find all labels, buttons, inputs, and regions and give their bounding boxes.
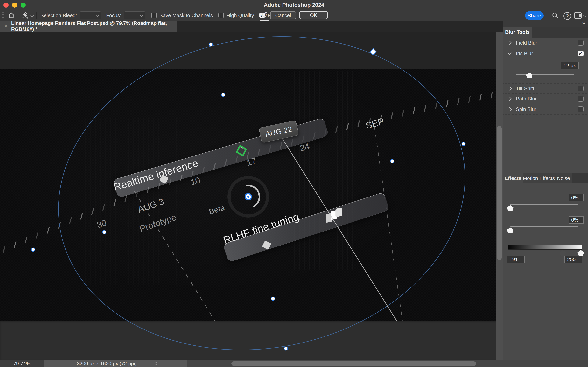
blur-amount-value[interactable]: 12 px bbox=[561, 62, 579, 69]
chevron-down-icon[interactable] bbox=[508, 51, 512, 55]
feather-handle[interactable] bbox=[271, 297, 275, 301]
separator bbox=[36, 12, 37, 19]
home-icon[interactable] bbox=[7, 11, 15, 19]
blur-tools-panel-tab[interactable]: Blur Tools bbox=[503, 27, 532, 38]
field-blur-row[interactable]: Field Blur bbox=[503, 38, 588, 48]
bokeh-color-value[interactable]: 0% bbox=[569, 216, 584, 224]
spin-blur-checkbox[interactable] bbox=[578, 106, 584, 112]
tab-effects[interactable]: Effects bbox=[503, 173, 523, 183]
focus-select[interactable] bbox=[124, 11, 145, 19]
vertical-scrollbar[interactable] bbox=[496, 32, 503, 360]
panel-tab-strip: » bbox=[503, 21, 588, 27]
bokeh-color-slider-thumb[interactable] bbox=[507, 227, 514, 233]
iris-blur-checkbox[interactable]: ✓ bbox=[578, 50, 584, 56]
horizontal-scrollbar-thumb[interactable] bbox=[231, 361, 476, 366]
field-blur-label: Field Blur bbox=[516, 40, 537, 46]
zoom-level[interactable]: 79.74% bbox=[0, 360, 44, 367]
tilt-shift-checkbox[interactable] bbox=[578, 85, 584, 91]
chevron-right-icon[interactable] bbox=[508, 41, 512, 45]
titlebar: Adobe Photoshop 2024 bbox=[0, 0, 588, 10]
panel-overflow-icon[interactable]: » bbox=[582, 19, 585, 26]
feather-handle[interactable] bbox=[390, 159, 394, 163]
tilt-shift-row[interactable]: Tilt-Shift bbox=[503, 83, 588, 94]
focus-label: Focus: bbox=[106, 12, 121, 18]
search-icon[interactable] bbox=[551, 12, 559, 19]
chevron-right-icon bbox=[154, 362, 158, 366]
light-range-max-thumb[interactable] bbox=[577, 250, 584, 256]
tab-noise[interactable]: Noise bbox=[555, 173, 572, 183]
light-range-gradient bbox=[508, 244, 582, 250]
bokeh-color-slider-track[interactable] bbox=[510, 226, 578, 227]
selection-bleed-label: Selection Bleed: bbox=[41, 12, 77, 18]
iris-blur-label: Iris Blur bbox=[516, 50, 533, 57]
light-bokeh-value[interactable]: 0% bbox=[569, 194, 584, 201]
document-dimensions[interactable]: 3200 px x 1620 px (72 ppi) bbox=[44, 360, 187, 367]
vertical-scrollbar-thumb[interactable] bbox=[497, 126, 502, 260]
iris-blur-center-pin[interactable] bbox=[245, 193, 252, 200]
help-icon[interactable]: ? bbox=[563, 12, 571, 20]
spin-blur-row[interactable]: Spin Blur bbox=[503, 104, 588, 115]
cancel-button[interactable]: Cancel bbox=[270, 11, 296, 19]
light-range-min-thumb[interactable] bbox=[559, 250, 566, 256]
path-blur-checkbox[interactable] bbox=[578, 96, 584, 102]
chevron-down-icon bbox=[140, 13, 143, 17]
tilt-shift-label: Tilt-Shift bbox=[516, 85, 534, 92]
tab-close-icon[interactable]: × bbox=[4, 23, 8, 30]
ellipse-handle[interactable] bbox=[462, 142, 466, 146]
light-range-min-value[interactable]: 191 bbox=[507, 256, 525, 263]
question-glyph: ? bbox=[566, 13, 569, 19]
canvas[interactable]: Realtime inference RLHF fine tuning 30 A… bbox=[0, 32, 503, 360]
iris-blur-row[interactable]: Iris Blur ✓ bbox=[503, 48, 588, 59]
options-bar-grip[interactable] bbox=[1, 12, 4, 19]
blur-gallery-panel: » Blur Tools Field Blur Iris Blur ✓ Blur… bbox=[503, 21, 588, 360]
feather-handle[interactable] bbox=[102, 230, 106, 234]
ellipse-handle[interactable] bbox=[284, 347, 288, 351]
high-quality-label: High Quality bbox=[227, 12, 254, 18]
pin-options-chevron-icon[interactable] bbox=[30, 13, 34, 17]
check-icon: ✓ bbox=[579, 50, 583, 57]
chevron-down-icon bbox=[95, 13, 99, 17]
blur-slider-track[interactable] bbox=[516, 74, 574, 75]
tab-bar: × Linear Homepage Renders Flat Post.psd … bbox=[0, 21, 503, 32]
path-blur-row[interactable]: Path Blur bbox=[503, 94, 588, 104]
blur-tool-pin-icon[interactable] bbox=[21, 11, 29, 19]
effects-tab-strip: Effects Motion Effects Noise bbox=[503, 173, 588, 183]
chevron-right-icon[interactable] bbox=[508, 107, 512, 111]
document-tab-title: Linear Homepage Renders Flat Post.psd @ … bbox=[11, 20, 177, 32]
dimensions-text: 3200 px x 1620 px (72 ppi) bbox=[77, 361, 137, 367]
tab-motion-effects[interactable]: Motion Effects bbox=[523, 173, 555, 183]
ellipse-handle[interactable] bbox=[209, 42, 213, 47]
photoshop-window: Adobe Photoshop 2024 Selection Bleed: Fo… bbox=[0, 0, 588, 367]
feather-handle[interactable] bbox=[221, 93, 225, 97]
spin-blur-label: Spin Blur bbox=[516, 106, 537, 112]
workspace-icon[interactable] bbox=[574, 12, 582, 19]
path-blur-label: Path Blur bbox=[516, 96, 537, 102]
blur-slider-thumb[interactable] bbox=[526, 73, 533, 78]
reset-icon[interactable]: ↺ bbox=[260, 11, 269, 21]
blur-tools-header: Blur Tools bbox=[503, 27, 588, 38]
field-blur-checkbox[interactable] bbox=[578, 40, 584, 46]
status-bar: 79.74% 3200 px x 1620 px (72 ppi) bbox=[0, 360, 588, 367]
share-button[interactable]: Share bbox=[525, 11, 544, 20]
ellipse-handle[interactable] bbox=[31, 248, 35, 252]
save-mask-label: Save Mask to Channels bbox=[160, 12, 213, 18]
ok-button[interactable]: OK bbox=[299, 11, 328, 19]
chevron-right-icon[interactable] bbox=[508, 86, 512, 90]
light-bokeh-slider-track[interactable] bbox=[510, 204, 578, 205]
light-range-max-value[interactable]: 255 bbox=[564, 256, 582, 263]
light-bokeh-slider-thumb[interactable] bbox=[507, 205, 514, 211]
app-title: Adobe Photoshop 2024 bbox=[0, 2, 588, 8]
chevron-right-icon[interactable] bbox=[508, 97, 512, 101]
selection-bleed-select[interactable] bbox=[80, 11, 101, 19]
save-mask-checkbox[interactable] bbox=[151, 13, 157, 18]
high-quality-checkbox[interactable] bbox=[218, 13, 224, 18]
document-tab[interactable]: × Linear Homepage Renders Flat Post.psd … bbox=[0, 21, 177, 32]
